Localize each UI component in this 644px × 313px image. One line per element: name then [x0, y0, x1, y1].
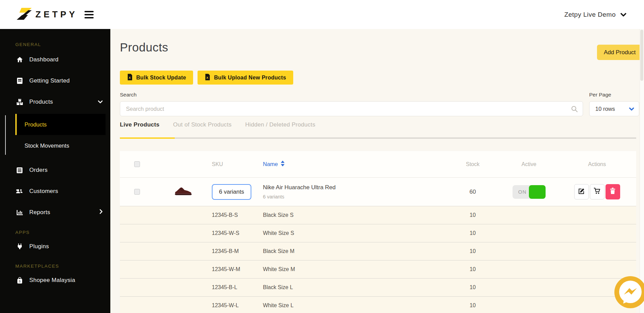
table-header-row: SKU Name Stock Active Actions	[120, 151, 636, 178]
sku-column-header: SKU	[212, 161, 263, 167]
sidebar-item-reports[interactable]: Reports	[0, 202, 110, 223]
sort-icon	[281, 161, 285, 168]
select-all-checkbox[interactable]	[134, 161, 140, 167]
sidebar-item-label: Products	[29, 99, 53, 105]
variant-name: Black Size M	[263, 248, 445, 254]
toggle-state-label: ON	[518, 189, 527, 195]
tab-live-products[interactable]: Live Products	[120, 121, 159, 133]
per-page-value: 10 rows	[595, 106, 615, 112]
toggle-knob	[529, 185, 546, 199]
sidebar-item-label: Dashboard	[29, 56, 59, 63]
section-label-apps: APPS	[15, 230, 110, 235]
variant-row: 12345-W-L White Size L 10	[120, 297, 636, 313]
sidebar-item-products[interactable]: Products	[0, 91, 110, 113]
sidebar-item-label: Orders	[29, 167, 48, 174]
bulk-upload-label: Bulk Upload New Products	[214, 75, 286, 81]
bulk-stock-update-label: Bulk Stock Update	[136, 75, 186, 81]
hamburger-menu-icon[interactable]	[83, 10, 95, 20]
sidebar-subitem-products[interactable]: Products	[15, 114, 106, 135]
variant-sku: 12345-B-S	[212, 212, 263, 218]
chevron-down-icon	[629, 106, 634, 112]
product-row: 6 variants Nike Air Huarache Ultra Red 6…	[120, 178, 636, 206]
search-icon	[571, 105, 578, 114]
bulk-stock-update-button[interactable]: X Bulk Stock Update	[120, 71, 193, 85]
products-table: SKU Name Stock Active Actions	[120, 151, 636, 313]
cart-icon	[594, 188, 601, 196]
edit-product-button[interactable]	[574, 184, 589, 199]
list-icon	[16, 167, 23, 174]
sneaker-product-image	[173, 185, 192, 198]
row-actions	[558, 184, 636, 199]
product-image-cell	[154, 185, 212, 198]
messenger-bolt-icon	[614, 276, 644, 308]
sidebar-item-getting-started[interactable]: Getting Started	[0, 70, 110, 91]
brand-name: ZETPY	[35, 9, 78, 20]
sidebar-item-dashboard[interactable]: Dashboard	[0, 49, 110, 70]
sidebar-item-label: Shopee Malaysia	[29, 277, 75, 284]
name-column-header[interactable]: Name	[263, 161, 445, 168]
name-column-label: Name	[263, 161, 278, 167]
trash-icon	[610, 188, 616, 196]
variant-stock: 10	[445, 248, 500, 254]
sidebar-subitem-stock-movements[interactable]: Stock Movements	[0, 135, 110, 156]
variant-row: 12345-W-M White Size M 10	[120, 260, 636, 279]
messenger-chat-button[interactable]	[614, 276, 644, 308]
sidebar-item-label: Reports	[29, 209, 50, 216]
variants-button[interactable]: 6 variants	[212, 184, 251, 200]
sidebar-item-label: Plugins	[29, 243, 49, 250]
tab-out-of-stock-products[interactable]: Out of Stock Products	[173, 121, 232, 133]
variant-stock: 10	[445, 284, 500, 290]
variant-stock: 10	[445, 266, 500, 272]
edit-icon	[578, 188, 585, 196]
variant-sku: 12345-W-S	[212, 230, 263, 236]
svg-text:X: X	[129, 76, 131, 79]
per-page-select[interactable]: 10 rows	[589, 101, 639, 116]
variant-sku: 12345-W-L	[212, 302, 263, 309]
scrollbar[interactable]	[640, 29, 644, 313]
scrollbar-thumb[interactable]	[640, 30, 643, 81]
variant-stock: 10	[445, 230, 500, 236]
chevron-right-icon	[99, 209, 103, 216]
cart-button[interactable]	[590, 184, 604, 199]
delete-product-button[interactable]	[606, 184, 620, 199]
excel-file-icon: X	[127, 74, 132, 82]
variant-sku: 12345-B-M	[212, 248, 263, 254]
search-input[interactable]	[120, 101, 583, 116]
account-label: Zetpy Live Demo	[564, 11, 616, 18]
sidebar-item-orders[interactable]: Orders	[0, 160, 110, 181]
variant-row: 12345-B-L Black Size L 10	[120, 279, 636, 297]
active-toggle[interactable]: ON	[513, 185, 546, 199]
svg-text:S: S	[18, 280, 20, 283]
row-checkbox[interactable]	[134, 189, 140, 195]
product-stock: 60	[445, 189, 500, 195]
variant-row: 12345-B-S Black Size S 10	[120, 206, 636, 224]
sidebar-item-label: Getting Started	[29, 77, 70, 84]
account-menu[interactable]: Zetpy Live Demo	[564, 11, 626, 18]
zetpy-logo-icon	[16, 8, 32, 22]
variant-stock: 10	[445, 212, 500, 218]
section-label-general: GENERAL	[15, 42, 110, 47]
product-tabs: Live Products Out of Stock Products Hidd…	[120, 121, 315, 133]
products-submenu: Products Stock Movements	[0, 114, 110, 156]
sidebar-item-shopee-malaysia[interactable]: S Shopee Malaysia	[0, 271, 110, 290]
sidebar-item-label: Customers	[29, 188, 58, 195]
product-name: Nike Air Huarache Ultra Red	[263, 184, 445, 191]
tab-hidden-deleted-products[interactable]: Hidden / Deleted Products	[245, 121, 315, 133]
submenu-guide-line	[5, 115, 6, 155]
variant-name: Black Size S	[263, 212, 445, 218]
page-title: Products	[120, 41, 168, 54]
excel-file-icon: X	[205, 74, 210, 82]
sidebar-item-customers[interactable]: Customers	[0, 181, 110, 202]
section-label-marketplaces: MARKETPLACES	[15, 264, 110, 269]
sidebar-subitem-label: Products	[25, 121, 47, 128]
variant-name: White Size L	[263, 302, 445, 309]
bar-chart-icon	[16, 209, 23, 216]
add-product-button[interactable]: Add Product	[597, 45, 644, 60]
bulk-actions-row: X Bulk Stock Update X Bulk Upload New Pr…	[120, 71, 293, 85]
boxes-icon	[16, 99, 23, 106]
active-tab-indicator	[120, 137, 175, 139]
brand-logo[interactable]: ZETPY	[16, 8, 78, 22]
variant-name: White Size S	[263, 230, 445, 236]
sidebar-item-plugins[interactable]: Plugins	[0, 237, 110, 256]
bulk-upload-new-products-button[interactable]: X Bulk Upload New Products	[198, 71, 293, 85]
